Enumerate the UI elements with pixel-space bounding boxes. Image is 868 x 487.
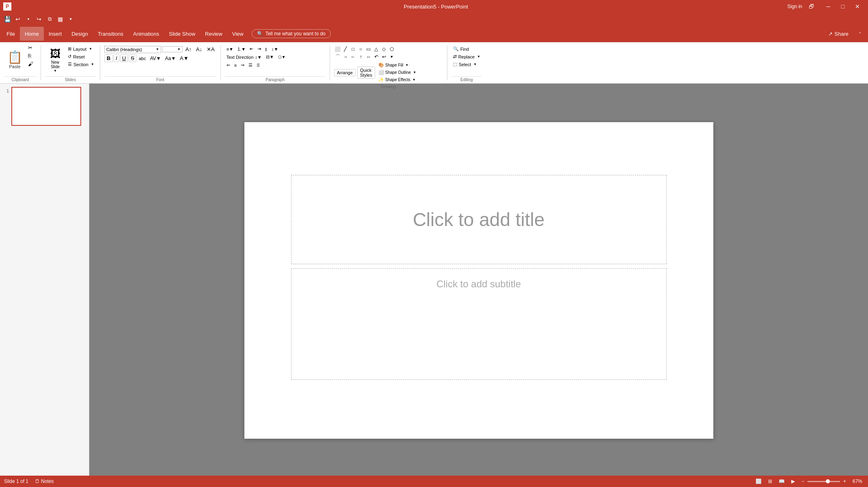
shapes-more[interactable]: ▼ bbox=[388, 53, 395, 60]
shape-fill-button[interactable]: 🎨 Shape Fill ▼ bbox=[377, 62, 418, 69]
shape-tool-line[interactable]: ╱ bbox=[342, 45, 349, 53]
text-direction-button[interactable]: Text Direction ↕▼ bbox=[225, 54, 263, 60]
font-color-button[interactable]: A▼ bbox=[178, 54, 190, 62]
find-button[interactable]: 🔍 Find bbox=[451, 45, 471, 52]
shape-tool-arrow-up[interactable]: ↑ bbox=[357, 53, 365, 60]
format-painter-button[interactable]: 🖌 bbox=[26, 60, 37, 68]
slide-number-1: 1 bbox=[3, 87, 9, 93]
title-placeholder[interactable]: Click to add title bbox=[291, 175, 667, 264]
align-center-button[interactable]: ≡ bbox=[233, 62, 238, 69]
normal-view-button[interactable]: ⬜ bbox=[754, 478, 763, 485]
shape-fill-icon: 🎨 bbox=[378, 62, 384, 68]
shape-tool-triangle[interactable]: △ bbox=[373, 45, 380, 53]
convert-smartart-button[interactable]: ⬡▼ bbox=[276, 54, 287, 60]
slide-panel: 1 bbox=[0, 84, 89, 477]
menu-animations[interactable]: Animations bbox=[128, 27, 164, 41]
slideshow-button[interactable]: ▶ bbox=[790, 478, 797, 485]
save-button[interactable]: 💾 bbox=[2, 14, 12, 24]
section-button[interactable]: ☰ Section ▼ bbox=[66, 61, 96, 68]
shape-effects-button[interactable]: ✨ Shape Effects ▼ bbox=[377, 76, 418, 83]
reset-button[interactable]: ↺ Reset bbox=[66, 53, 96, 60]
undo-dropdown[interactable]: ▼ bbox=[24, 14, 33, 24]
character-spacing-button[interactable]: AV▼ bbox=[148, 55, 162, 62]
select-button[interactable]: ⬚ Select ▼ bbox=[451, 61, 479, 68]
shape-tool-u-turn[interactable]: ↩ bbox=[380, 53, 388, 60]
font-name-dropdown[interactable]: Calibri (Headings) ▼ bbox=[104, 46, 161, 53]
menu-view[interactable]: View bbox=[227, 27, 248, 41]
menu-design[interactable]: Design bbox=[67, 27, 93, 41]
decrease-font-button[interactable]: A↓ bbox=[194, 45, 204, 53]
font-size-dropdown[interactable]: ▼ bbox=[162, 46, 183, 52]
customize-quick-access[interactable]: ⧉ bbox=[45, 14, 54, 24]
shape-tool-picture[interactable]: ⬜ bbox=[334, 45, 341, 53]
shape-tool-pentagon[interactable]: ⬠ bbox=[388, 45, 395, 53]
increase-font-button[interactable]: A↑ bbox=[184, 45, 193, 53]
presentation-mode-icon[interactable]: ▦ bbox=[55, 14, 65, 24]
shape-tool-arrow-double[interactable]: ↔ bbox=[365, 53, 372, 60]
slide-thumbnail-1[interactable] bbox=[11, 87, 81, 126]
shape-tool-arrow-left[interactable]: ← bbox=[350, 53, 357, 60]
close-button[interactable]: ✕ bbox=[850, 0, 865, 13]
shape-tool-rect[interactable]: □ bbox=[350, 45, 357, 53]
copy-icon: ⎘ bbox=[28, 53, 31, 59]
copy-button[interactable]: ⎘ bbox=[26, 52, 37, 60]
collapse-ribbon-button[interactable]: ⌃ bbox=[853, 27, 866, 41]
minimize-button[interactable]: ─ bbox=[821, 0, 836, 13]
menu-insert[interactable]: Insert bbox=[44, 27, 67, 41]
increase-indent-button[interactable]: ⇥ bbox=[256, 45, 263, 52]
subtitle-placeholder[interactable]: Click to add subtitle bbox=[291, 268, 667, 380]
shape-tool-arrow-right[interactable]: → bbox=[342, 53, 349, 60]
shape-tool-curved-arrow[interactable]: ↶ bbox=[373, 53, 380, 60]
cut-button[interactable]: ✂ bbox=[26, 44, 37, 52]
menu-home[interactable]: Home bbox=[20, 27, 44, 41]
arrange-button[interactable]: Arrange bbox=[334, 69, 356, 76]
columns-button[interactable]: ⫿ bbox=[263, 46, 269, 52]
shape-outline-button[interactable]: ⬜ Shape Outline ▼ bbox=[377, 69, 418, 76]
more-qa-options[interactable]: ▼ bbox=[66, 14, 76, 24]
underline-button[interactable]: U bbox=[120, 54, 128, 62]
align-left-button[interactable]: ⇐ bbox=[225, 62, 232, 69]
signin-button[interactable]: Sign in bbox=[787, 4, 802, 9]
menu-slideshow[interactable]: Slide Show bbox=[164, 27, 200, 41]
menu-review[interactable]: Review bbox=[200, 27, 227, 41]
italic-button[interactable]: I bbox=[114, 54, 119, 62]
change-case-button[interactable]: Aa▼ bbox=[163, 55, 177, 62]
shape-tool-diamond[interactable]: ◇ bbox=[380, 45, 388, 53]
quick-styles-button[interactable]: QuickStyles bbox=[357, 67, 375, 79]
shadow-button[interactable]: abc bbox=[137, 56, 148, 61]
layout-button[interactable]: ⊞ Layout ▼ bbox=[66, 45, 96, 52]
notes-button[interactable]: 🗒 Notes bbox=[33, 478, 55, 485]
bullets-button[interactable]: ≡▼ bbox=[225, 46, 235, 52]
align-text-button[interactable]: ⊟▼ bbox=[264, 54, 276, 60]
shape-tool-rounded-rect[interactable]: ▭ bbox=[365, 45, 372, 53]
clear-formatting-button[interactable]: ✕A bbox=[205, 45, 216, 53]
shape-tool-circle[interactable]: ○ bbox=[357, 45, 365, 53]
line-spacing-button[interactable]: ↕▼ bbox=[270, 46, 280, 52]
zoom-out-button[interactable]: − bbox=[800, 478, 806, 485]
bold-button[interactable]: B bbox=[104, 54, 113, 62]
reading-view-button[interactable]: 📖 bbox=[777, 478, 786, 485]
share-button[interactable]: ↗ Share bbox=[823, 27, 853, 41]
new-slide-button[interactable]: 🖼 NewSlide ▼ bbox=[45, 44, 65, 76]
justify-low-button[interactable]: ☰ bbox=[255, 62, 261, 68]
justify-button[interactable]: ☰ bbox=[247, 62, 254, 69]
zoom-level[interactable]: 67% bbox=[851, 478, 864, 485]
replace-button[interactable]: ⇄ Replace ▼ bbox=[451, 53, 482, 60]
notes-icon: 🗒 bbox=[35, 478, 40, 484]
shape-tool-curved[interactable]: ⌒ bbox=[334, 53, 341, 60]
redo-button[interactable]: ↪ bbox=[34, 14, 44, 24]
menu-file[interactable]: File bbox=[2, 27, 20, 41]
strikethrough-button[interactable]: S bbox=[129, 54, 136, 62]
tell-me-input[interactable]: 🔍 Tell me what you want to do bbox=[252, 29, 331, 38]
paste-button[interactable]: 📋 Paste bbox=[4, 44, 26, 76]
store-icon[interactable]: 🗗 bbox=[809, 3, 814, 10]
decrease-indent-button[interactable]: ⇤ bbox=[248, 45, 255, 52]
align-right-button[interactable]: ⇒ bbox=[239, 62, 246, 69]
menu-transitions[interactable]: Transitions bbox=[93, 27, 128, 41]
zoom-track[interactable] bbox=[808, 481, 840, 482]
zoom-in-button[interactable]: + bbox=[842, 478, 848, 485]
numbering-button[interactable]: 1.▼ bbox=[236, 46, 247, 52]
slide-sorter-button[interactable]: ⊞ bbox=[767, 478, 774, 485]
maximize-button[interactable]: □ bbox=[836, 0, 850, 13]
undo-button[interactable]: ↩ bbox=[13, 14, 23, 24]
